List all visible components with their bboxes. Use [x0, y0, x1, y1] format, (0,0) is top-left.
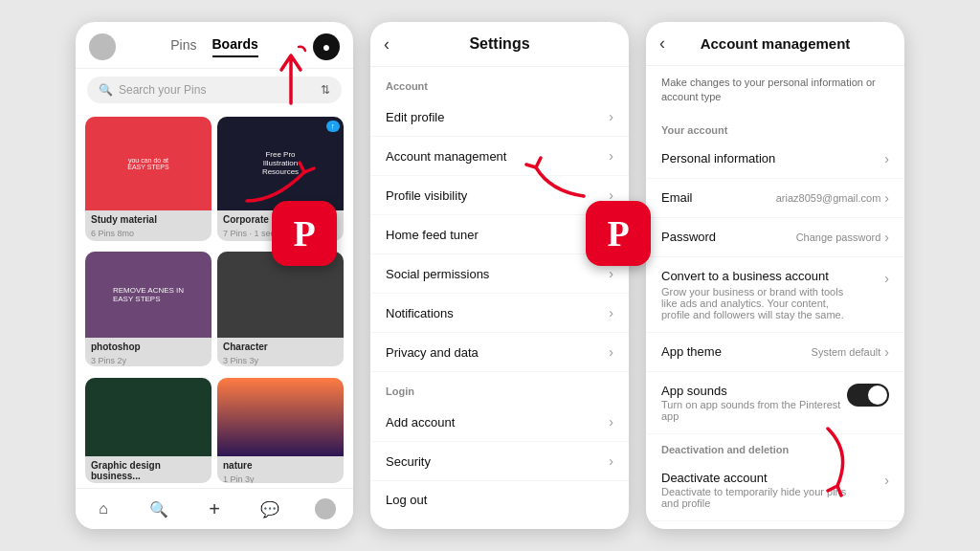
notification-icon[interactable]: ●	[313, 33, 340, 60]
chevron-icon: ›	[884, 344, 889, 360]
section-deactivation: Deactivation and deletion	[646, 434, 904, 459]
grid-image: REMOVE ACNES INEASY STEPS	[85, 252, 212, 338]
tab-pins[interactable]: Pins	[170, 37, 196, 56]
account-item-password[interactable]: Password Change password ›	[646, 218, 904, 257]
badge: ↑	[326, 121, 341, 132]
toggle-knob	[868, 386, 887, 405]
settings-header: ‹ Settings	[370, 22, 629, 67]
chevron-icon: ›	[884, 271, 889, 286]
grid-sub: 3 Pins 2y	[85, 356, 212, 366]
account-header: ‹ Account management	[646, 22, 904, 66]
chevron-icon: ›	[609, 305, 613, 320]
chevron-icon: ›	[609, 266, 613, 281]
search-nav-icon[interactable]: 🔍	[148, 498, 169, 519]
chevron-icon: ›	[609, 344, 613, 360]
pinterest-logo-2: P	[586, 201, 651, 266]
account-mgmt-title: Account management	[661, 35, 889, 52]
grid-sub: 1 Pin 3y	[217, 474, 344, 483]
grid-image	[217, 378, 344, 457]
tab-boards[interactable]: Boards	[212, 36, 258, 57]
settings-item-privacy[interactable]: Privacy and data ›	[370, 333, 629, 372]
account-item-sounds[interactable]: App sounds Turn on app sounds from the P…	[646, 372, 904, 434]
toggle-sounds[interactable]	[847, 384, 889, 407]
grid-item[interactable]: Character 3 Pins 3y	[217, 252, 344, 366]
chevron-icon: ›	[884, 151, 889, 166]
search-placeholder: Search your Pins	[119, 83, 206, 97]
feed-tabs: Pins Boards	[116, 36, 313, 57]
chevron-icon: ›	[884, 190, 889, 206]
settings-item-edit-profile[interactable]: Edit profile ›	[370, 98, 629, 137]
account-item-theme[interactable]: App theme System default ›	[646, 333, 904, 372]
profile-nav-icon[interactable]	[315, 498, 336, 519]
search-bar[interactable]: 🔍 Search your Pins ⇅	[87, 77, 342, 103]
settings-item-add-account[interactable]: Add account ›	[370, 403, 629, 442]
account-panel: ‹ Account management Make changes to you…	[646, 22, 904, 529]
back-button[interactable]: ‹	[384, 34, 390, 55]
messages-icon[interactable]: 💬	[259, 498, 280, 519]
grid-sub: 3 Pins 3y	[217, 356, 344, 366]
grid-item[interactable]: you can do atEASY STEPS Study material 6…	[85, 117, 212, 241]
account-item-delete[interactable]: Delete your data and account Permanently…	[646, 521, 904, 529]
grid-caption: Character	[217, 338, 344, 356]
chevron-icon: ›	[609, 148, 613, 164]
chevron-icon: ›	[609, 453, 613, 469]
grid-image	[85, 378, 212, 457]
grid-caption: Graphic design business...	[85, 456, 212, 483]
account-item-deactivate[interactable]: Deactivate account Deactivate to tempora…	[646, 459, 904, 521]
search-icon: 🔍	[99, 83, 113, 97]
bottom-nav: ⌂ 🔍 + 💬	[76, 488, 353, 529]
settings-item-security[interactable]: Security ›	[370, 442, 629, 481]
grid-item[interactable]: Graphic design business... 1 Pin 3y	[85, 378, 212, 483]
grid-image: you can do atEASY STEPS	[85, 117, 212, 210]
grid-item[interactable]: nature 1 Pin 3y	[217, 378, 344, 483]
account-item-email[interactable]: Email ariaz8059@gmail.com ›	[646, 179, 904, 218]
home-icon[interactable]: ⌂	[93, 498, 114, 519]
account-item-business[interactable]: Convert to a business account Grow your …	[646, 257, 904, 333]
grid-caption: nature	[217, 456, 344, 474]
section-your-account: Your account	[646, 115, 904, 140]
sort-icon[interactable]: ⇅	[321, 83, 330, 97]
pinterest-logo-1: P	[272, 201, 337, 266]
settings-item-account-mgmt[interactable]: Account management ›	[370, 137, 629, 176]
grid-caption: photoshop	[85, 338, 212, 356]
account-item-personal-info[interactable]: Personal information ›	[646, 140, 904, 179]
chevron-icon: ›	[884, 230, 889, 245]
account-desc: Make changes to your personal informatio…	[646, 66, 904, 115]
settings-item-logout[interactable]: Log out	[370, 481, 629, 517]
chevron-icon: ›	[884, 473, 889, 488]
settings-title: Settings	[469, 35, 529, 53]
avatar[interactable]	[89, 33, 116, 60]
feed-header: Pins Boards ●	[76, 22, 353, 69]
section-label-login: Login	[370, 372, 629, 403]
account-back-button[interactable]: ‹	[659, 33, 665, 54]
chevron-icon: ›	[609, 414, 613, 430]
section-label-account: Account	[370, 67, 629, 98]
grid-image: Free ProIllustrationResources	[217, 117, 344, 210]
grid-sub: 6 Pins 8mo	[85, 229, 212, 242]
pins-grid: you can do atEASY STEPS Study material 6…	[76, 111, 353, 494]
settings-panel: ‹ Settings Account Edit profile › Accoun…	[370, 22, 629, 529]
feed-panel: Pins Boards ● 🔍 Search your Pins ⇅ you c…	[76, 22, 353, 529]
grid-item[interactable]: REMOVE ACNES INEASY STEPS photoshop 3 Pi…	[85, 252, 212, 366]
add-icon[interactable]: +	[204, 498, 225, 519]
settings-item-notifications[interactable]: Notifications ›	[370, 294, 629, 333]
chevron-icon: ›	[609, 109, 613, 124]
grid-caption: Study material	[85, 210, 212, 229]
